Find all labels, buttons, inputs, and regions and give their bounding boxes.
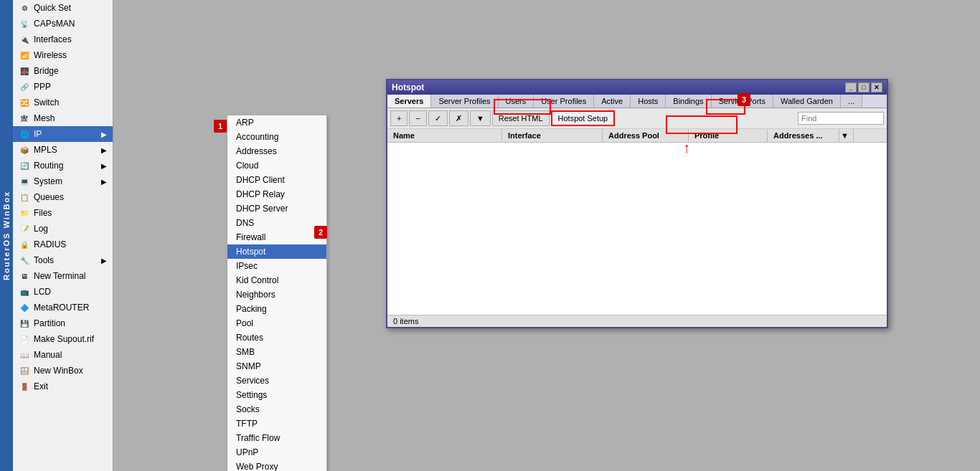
maximize-button[interactable]: □ [858, 82, 870, 92]
sidebar-item-ip[interactable]: 🌐 IP ▶ [13, 126, 113, 142]
submenu-item-smb[interactable]: SMB [227, 345, 326, 359]
submenu-item-dns[interactable]: DNS [227, 216, 326, 230]
main-content: ARPAccountingAddressesCloudDHCP ClientDH… [113, 0, 980, 471]
sidebar-item-new-terminal[interactable]: 🖥 New Terminal [13, 268, 113, 284]
statusbar: 0 items [387, 315, 887, 327]
submenu-item-firewall[interactable]: Firewall [227, 230, 326, 244]
submenu-item-dhcp-client[interactable]: DHCP Client [227, 173, 326, 187]
submenu-item-pool[interactable]: Pool [227, 316, 326, 330]
sidebar-item-quick-set[interactable]: ⚙ Quick Set [13, 0, 113, 16]
submenu-item-upnp[interactable]: UPnP [227, 445, 326, 460]
tab-server-profiles[interactable]: Server Profiles [431, 95, 498, 108]
hotspot-setup-button[interactable]: Hotspot Setup [551, 110, 616, 126]
submenu-item-settings[interactable]: Settings [227, 388, 326, 402]
col-interface[interactable]: Interface [502, 129, 603, 142]
col-addresses[interactable]: Addresses ... [768, 129, 839, 142]
tab-active[interactable]: Active [594, 95, 631, 108]
sidebar-item-make-supout[interactable]: 📄 Make Supout.rif [13, 331, 113, 347]
sidebar-item-ppp[interactable]: 🔗 PPP [13, 79, 113, 95]
tab-walled-garden[interactable]: Walled Garden [773, 95, 841, 108]
sidebar-label-queues: Queues [34, 192, 64, 202]
arrow-icon-ip: ▶ [101, 130, 107, 138]
table-header: Name Interface Address Pool Profile Addr… [387, 129, 887, 143]
sidebar-item-queues[interactable]: 📋 Queues [13, 189, 113, 205]
submenu-item-neighbors[interactable]: Neighbors [227, 287, 326, 302]
icon-new-terminal: 🖥 [19, 270, 30, 282]
sidebar-item-tools[interactable]: 🔧 Tools ▶ [13, 252, 113, 268]
tab-servers[interactable]: Servers [387, 95, 431, 108]
sidebar-item-mpls[interactable]: 📦 MPLS ▶ [13, 142, 113, 158]
submenu-item-services[interactable]: Services [227, 374, 326, 388]
sidebar-label-radius: RADIUS [34, 239, 66, 249]
submenu-item-dhcp-server[interactable]: DHCP Server [227, 201, 326, 216]
filter-button[interactable]: ▼ [470, 110, 491, 126]
submenu-item-hotspot[interactable]: Hotspot [227, 244, 326, 259]
submenu-item-socks[interactable]: Socks [227, 402, 326, 417]
tab-user-profiles[interactable]: User Profiles [534, 95, 594, 108]
submenu-item-snmp[interactable]: SNMP [227, 359, 326, 374]
search-input[interactable] [798, 112, 884, 125]
submenu-item-tftp[interactable]: TFTP [227, 417, 326, 431]
icon-log: 📝 [19, 223, 30, 234]
sidebar-item-exit[interactable]: 🚪 Exit [13, 379, 113, 394]
submenu-item-arp[interactable]: ARP [227, 115, 326, 130]
submenu-item-accounting[interactable]: Accounting [227, 130, 326, 144]
window-titlebar: Hotspot _ □ ✕ [387, 80, 887, 95]
sidebar-item-interfaces[interactable]: 🔌 Interfaces [13, 32, 113, 47]
sidebar-item-routing[interactable]: 🔄 Routing ▶ [13, 158, 113, 173]
close-button[interactable]: ✕ [871, 82, 882, 92]
badge-2: 2 [314, 226, 327, 239]
col-dropdown[interactable]: ▼ [839, 129, 854, 142]
col-address-pool[interactable]: Address Pool [603, 129, 689, 142]
icon-new-winbox: 🪟 [19, 365, 30, 376]
sidebar-item-log[interactable]: 📝 Log [13, 221, 113, 237]
col-name[interactable]: Name [387, 129, 502, 142]
submenu-item-addresses[interactable]: Addresses [227, 144, 326, 158]
tab-users[interactable]: Users [499, 95, 534, 108]
sidebar-label-ip: IP [34, 129, 42, 139]
submenu-item-kid-control[interactable]: Kid Control [227, 273, 326, 287]
submenu-item-packing[interactable]: Packing [227, 302, 326, 316]
submenu-item-ipsec[interactable]: IPsec [227, 259, 326, 273]
sidebar-label-interfaces: Interfaces [34, 34, 72, 44]
badge-1: 1 [214, 120, 227, 133]
sidebar-label-quick-set: Quick Set [34, 3, 71, 13]
icon-exit: 🚪 [19, 381, 30, 392]
sidebar-item-radius[interactable]: 🔒 RADIUS [13, 237, 113, 252]
sidebar-item-system[interactable]: 💻 System ▶ [13, 173, 113, 189]
minimize-button[interactable]: _ [845, 82, 857, 92]
remove-button[interactable]: − [409, 110, 426, 126]
sidebar-item-switch[interactable]: 🔀 Switch [13, 95, 113, 110]
col-profile[interactable]: Profile [689, 129, 768, 142]
submenu-item-dhcp-relay[interactable]: DHCP Relay [227, 187, 326, 201]
disable-button[interactable]: ✗ [449, 110, 468, 126]
sidebar-item-bridge[interactable]: 🌉 Bridge [13, 63, 113, 79]
sidebar-item-partition[interactable]: 💾 Partition [13, 315, 113, 331]
tab-more[interactable]: ... [841, 95, 862, 108]
sidebar-label-wireless: Wireless [34, 50, 67, 60]
submenu-item-web-proxy[interactable]: Web Proxy [227, 460, 326, 471]
sidebar-label-new-winbox: New WinBox [34, 366, 83, 376]
sidebar-item-new-winbox[interactable]: 🪟 New WinBox [13, 363, 113, 379]
sidebar-item-lcd[interactable]: 📺 LCD [13, 284, 113, 300]
sidebar-item-manual[interactable]: 📖 Manual [13, 347, 113, 363]
reset-html-button[interactable]: Reset HTML [492, 110, 550, 126]
icon-queues: 📋 [19, 191, 30, 203]
icon-tools: 🔧 [19, 254, 30, 266]
enable-button[interactable]: ✓ [428, 110, 448, 126]
submenu-item-traffic-flow[interactable]: Traffic Flow [227, 431, 326, 445]
tab-bindings[interactable]: Bindings [666, 95, 711, 108]
submenu-item-cloud[interactable]: Cloud [227, 158, 326, 173]
tab-hosts[interactable]: Hosts [631, 95, 666, 108]
submenu-item-routes[interactable]: Routes [227, 330, 326, 345]
sidebar-item-files[interactable]: 📁 Files [13, 205, 113, 221]
sidebar-label-make-supout: Make Supout.rif [34, 334, 94, 344]
sidebar-item-mesh[interactable]: 🕸 Mesh [13, 110, 113, 126]
icon-make-supout: 📄 [19, 333, 30, 345]
table-body [387, 143, 887, 315]
add-button[interactable]: + [390, 110, 407, 126]
icon-wireless: 📶 [19, 49, 30, 61]
sidebar-item-capsman[interactable]: 📡 CAPsMAN [13, 16, 113, 32]
sidebar-item-wireless[interactable]: 📶 Wireless [13, 47, 113, 63]
sidebar-item-metarouter[interactable]: 🔷 MetaROUTER [13, 300, 113, 315]
